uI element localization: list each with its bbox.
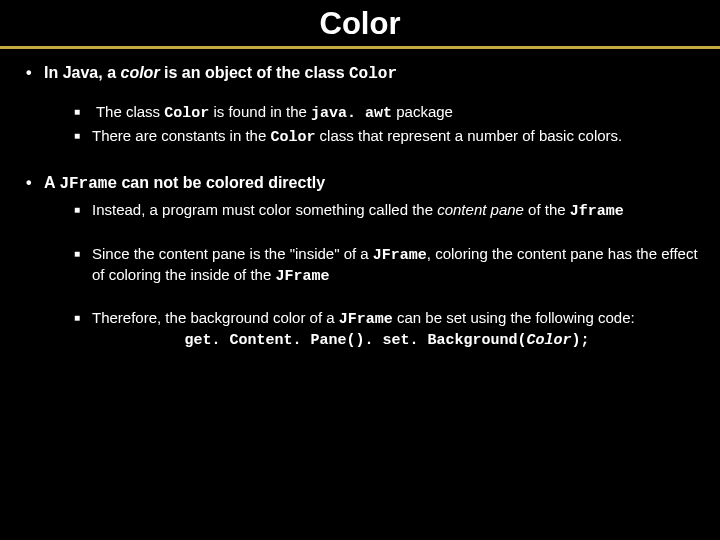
text-run: can be set using the following code: bbox=[393, 309, 635, 326]
text-run: of the bbox=[524, 201, 570, 218]
code-run: Color bbox=[349, 65, 397, 83]
bullet-group-2: A JFrame can not be colored directly Ins… bbox=[20, 173, 700, 350]
bullet-lvl2: The class Color is found in the java. aw… bbox=[74, 102, 700, 123]
code-run: JFrame bbox=[373, 247, 427, 264]
text-emphasis: color bbox=[121, 64, 160, 81]
bullet-text: A JFrame can not be colored directly bbox=[44, 173, 325, 194]
bullet-lvl2: Since the content pane is the "inside" o… bbox=[74, 244, 700, 286]
bullet-lvl1: A JFrame can not be colored directly bbox=[26, 173, 700, 194]
text-run: The class bbox=[96, 103, 164, 120]
bullet-square-icon bbox=[74, 102, 92, 123]
slide-content: In Java, a color is an object of the cla… bbox=[0, 49, 720, 350]
slide-title: Color bbox=[0, 0, 720, 49]
bullet-lvl2: Therefore, the background color of a JFr… bbox=[74, 308, 700, 329]
bullet-group-1: In Java, a color is an object of the cla… bbox=[20, 63, 700, 173]
bullet-text: Instead, a program must color something … bbox=[92, 200, 624, 221]
code-run: JFrame bbox=[339, 311, 393, 328]
bullet-lvl2: There are constants in the Color class t… bbox=[74, 126, 700, 147]
text-run: package bbox=[392, 103, 453, 120]
text-run: is an object of the class bbox=[160, 64, 349, 81]
bullet-text: Since the content pane is the "inside" o… bbox=[92, 244, 700, 286]
bullet-lvl2: Instead, a program must color something … bbox=[74, 200, 700, 221]
bullet-text: The class Color is found in the java. aw… bbox=[92, 102, 453, 123]
bullet-square-icon bbox=[74, 308, 92, 329]
code-line: get. Content. Pane(). set. Background(Co… bbox=[74, 331, 700, 350]
code-run: Color bbox=[164, 105, 209, 122]
code-run: JFrame bbox=[59, 175, 117, 193]
bullet-text: Therefore, the background color of a JFr… bbox=[92, 308, 635, 329]
sub-bullet-group: Instead, a program must color something … bbox=[26, 200, 700, 350]
bullet-dot-icon bbox=[26, 173, 44, 194]
text-run: A bbox=[44, 174, 59, 191]
text-run: In Java, a bbox=[44, 64, 121, 81]
code-run: get. Content. Pane(). set. Background( bbox=[184, 332, 526, 349]
text-run: Since the content pane is the "inside" o… bbox=[92, 245, 373, 262]
slide: Color In Java, a color is an object of t… bbox=[0, 0, 720, 540]
text-emphasis: content pane bbox=[437, 201, 524, 218]
code-run: ); bbox=[572, 332, 590, 349]
code-run: Color bbox=[270, 129, 315, 146]
bullet-square-icon bbox=[74, 244, 92, 286]
code-run: Jframe bbox=[570, 203, 624, 220]
text-run: class that represent a number of basic c… bbox=[315, 127, 622, 144]
bullet-square-icon bbox=[74, 126, 92, 147]
text-run: is found in the bbox=[209, 103, 311, 120]
text-run: Therefore, the background color of a bbox=[92, 309, 339, 326]
bullet-lvl1: In Java, a color is an object of the cla… bbox=[26, 63, 700, 84]
bullet-dot-icon bbox=[26, 63, 44, 84]
code-run: JFrame bbox=[275, 268, 329, 285]
code-run: java. awt bbox=[311, 105, 392, 122]
bullet-text: In Java, a color is an object of the cla… bbox=[44, 63, 397, 84]
text-run: There are constants in the bbox=[92, 127, 270, 144]
sub-bullet-group: The class Color is found in the java. aw… bbox=[26, 102, 700, 172]
bullet-square-icon bbox=[74, 200, 92, 221]
text-run: Instead, a program must color something … bbox=[92, 201, 437, 218]
text-run: can not be colored directly bbox=[117, 174, 325, 191]
bullet-text: There are constants in the Color class t… bbox=[92, 126, 622, 147]
code-arg: Color bbox=[527, 332, 572, 349]
